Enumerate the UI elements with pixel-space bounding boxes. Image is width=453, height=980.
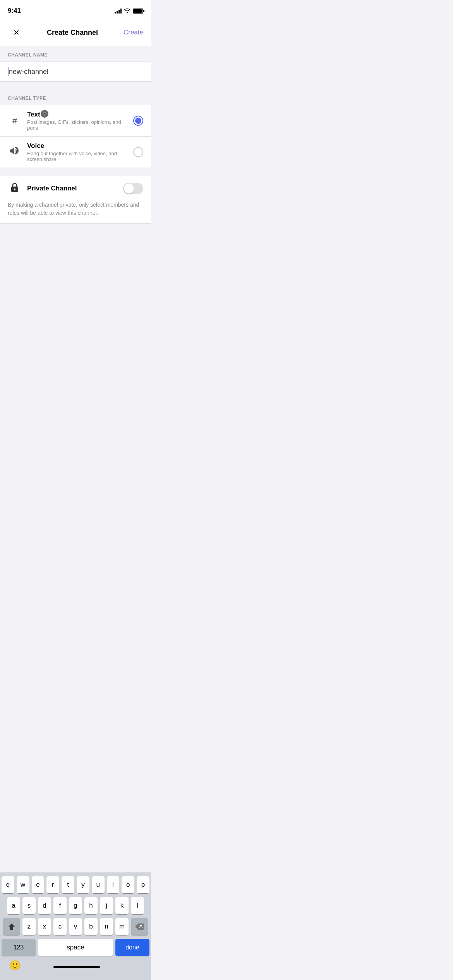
svg-rect-2 [14,189,15,190]
close-button[interactable]: ✕ [8,24,25,41]
channel-type-section: # Text Post images, GIFs, stickers, opin… [0,105,151,168]
text-channel-desc: Post images, GIFs, stickers, opinions, a… [27,119,133,131]
channel-name-value[interactable]: new-channel [9,68,48,76]
speaker-icon [8,147,22,158]
text-channel-option[interactable]: # Text Post images, GIFs, stickers, opin… [0,105,151,137]
voice-channel-option[interactable]: Voice Hang out together with voice, vide… [0,137,151,168]
private-channel-description: By making a channel private, only select… [0,201,151,223]
status-time: 9:41 [8,7,21,15]
spacer-1 [0,82,151,89]
lock-icon [8,182,22,195]
battery-icon [133,9,143,14]
hash-icon: # [8,116,22,126]
status-icons [115,8,143,14]
voice-radio-button[interactable] [133,147,143,157]
channel-type-section-label: CHANNEL TYPE [0,89,151,105]
text-radio-button[interactable] [133,116,143,126]
radio-inner [135,118,141,124]
create-button[interactable]: Create [120,29,143,36]
nav-bar: ✕ Create Channel Create [0,19,151,46]
voice-channel-name: Voice [27,142,133,150]
private-channel-row: Private Channel [0,176,151,201]
voice-channel-desc: Hang out together with voice, video, and… [27,151,133,162]
bottom-spacer [0,224,151,255]
tooltip-bubble [41,110,48,118]
private-channel-toggle[interactable] [123,183,143,194]
private-channel-label: Private Channel [27,185,123,192]
spacer-2 [0,168,151,176]
page-title: Create Channel [47,29,98,37]
status-bar: 9:41 [0,0,151,19]
private-channel-section: Private Channel By making a channel priv… [0,176,151,224]
wifi-icon [124,8,130,14]
text-cursor [8,67,9,76]
voice-channel-info: Voice Hang out together with voice, vide… [27,142,133,162]
channel-name-input-section: new-channel [0,62,151,82]
channel-name-section-label: CHANNEL NAME [0,46,151,62]
signal-icon [115,8,122,14]
toggle-thumb [124,183,134,194]
